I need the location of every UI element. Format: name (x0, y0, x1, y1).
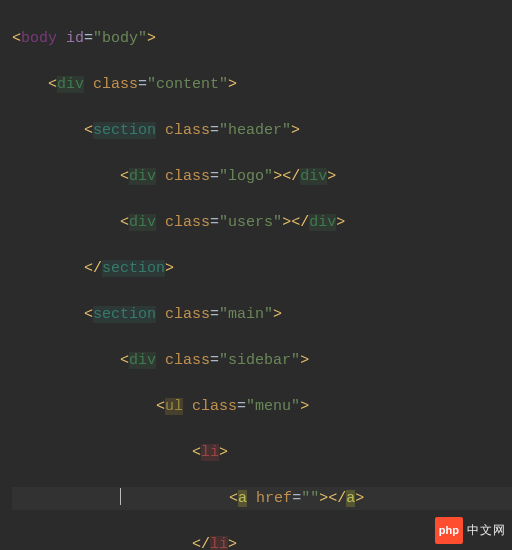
code-line: </section> (12, 257, 512, 280)
text-cursor (120, 488, 121, 505)
code-line: <div class="users"></div> (12, 211, 512, 234)
code-line: <section class="main"> (12, 303, 512, 326)
code-editor[interactable]: <body id="body"> <div class="content"> <… (0, 0, 512, 550)
watermark-logo: php (435, 517, 463, 544)
code-line: <ul class="menu"> (12, 395, 512, 418)
code-line: <li> (12, 441, 512, 464)
code-line: <div class="logo"></div> (12, 165, 512, 188)
code-line: <div class="sidebar"> (12, 349, 512, 372)
code-line: <section class="header"> (12, 119, 512, 142)
code-line: <div class="content"> (12, 73, 512, 96)
watermark: php 中文网 (435, 517, 506, 544)
code-line: <body id="body"> (12, 27, 512, 50)
watermark-text: 中文网 (467, 519, 506, 542)
code-line-active: <a href=""></a> (12, 487, 512, 510)
